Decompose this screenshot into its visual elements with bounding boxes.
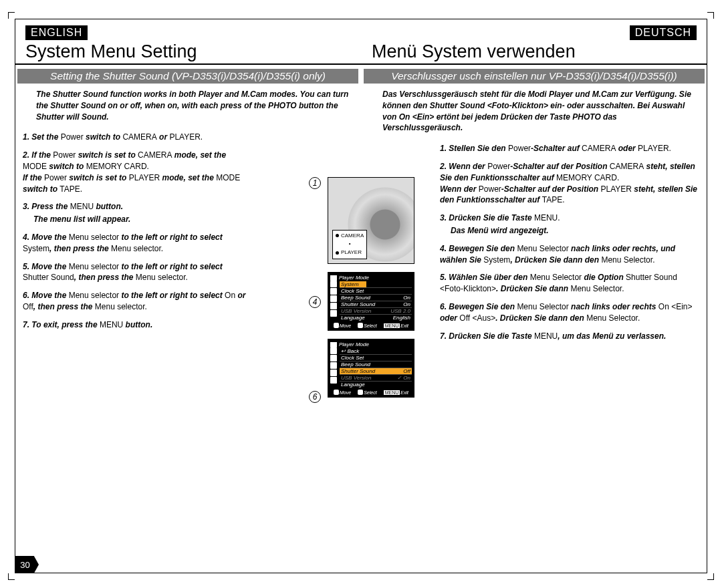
menu-row: Shutter SoundOff <box>340 368 412 374</box>
step-circle-6: 6 <box>309 391 321 403</box>
intro-en: The Shutter Sound function works in both… <box>36 89 353 122</box>
camera-mode-labels: CAMERA • PLAYER <box>332 230 367 259</box>
step-5-en: 5. Move the Menu selector to the left or… <box>23 261 250 284</box>
step-1-en: 1. Set the Power switch to CAMERA or PLA… <box>23 132 250 143</box>
step-4-de: 4. Bewegen Sie den Menu Selector nach li… <box>440 243 699 266</box>
step-7-en: 7. To exit, press the MENU button. <box>23 319 250 331</box>
menu-row: Shutter SoundOn <box>340 301 412 307</box>
page-title-de: Menü System verwenden <box>361 41 707 63</box>
step-circle-1: 1 <box>309 177 321 189</box>
side-icon <box>330 281 337 287</box>
lang-badge-deutsch: DEUTSCH <box>630 25 697 40</box>
page-title-en: System Menu Setting <box>15 41 361 63</box>
lang-badge-english: ENGLISH <box>25 25 88 40</box>
menu-row: Beep Sound <box>340 361 412 368</box>
menu-row: Language <box>340 381 412 388</box>
step-7-de: 7. Drücken Sie die Taste MENU, um das Me… <box>440 331 699 342</box>
step-2-de: 2. Wenn der Power-Schalter auf der Posit… <box>440 161 699 206</box>
menu-row: USB VersionOn <box>340 374 412 381</box>
camera-diagram: CAMERA • PLAYER <box>328 177 414 264</box>
subheader-de: Verschlussger usch einstellen nur VP-D35… <box>364 69 705 84</box>
step-2-en: 2. If the Power switch is set to CAMERA … <box>23 150 250 194</box>
menu-screenshot-1: Player Mode System Clock SetBeep SoundOn… <box>328 272 414 331</box>
step-3-en: 3. Press the MENU button. The menu list … <box>23 201 250 225</box>
menu-row: USB VersionUSB 2.0 <box>340 307 412 314</box>
menu-row: Beep SoundOn <box>340 294 412 301</box>
intro-de: Das Verschlussgeräusch steht für die Mod… <box>382 89 699 134</box>
step-6-en: 6. Move the Menu selector to the left or… <box>23 290 250 313</box>
step-3-de: 3. Drücken Sie die Taste MENU. Das Menü … <box>440 212 699 237</box>
move-icon <box>334 323 339 328</box>
column-english: The Shutter Sound function works in both… <box>15 88 361 348</box>
menu-screenshot-2: Player Mode ↩ Back Clock SetBeep SoundSh… <box>328 339 414 398</box>
step-5-de: 5. Wählen Sie über den Menu Selector die… <box>440 272 699 295</box>
menu-row: Clock Set <box>340 287 412 294</box>
menu-row: LanguageEnglish <box>340 314 412 321</box>
page-number-badge: 30 <box>15 556 39 573</box>
player-icon <box>330 342 337 347</box>
step-circle-4: 4 <box>309 296 321 308</box>
player-icon <box>330 275 337 281</box>
step-1-de: 1. Stellen Sie den Power-Schalter auf CA… <box>440 143 699 154</box>
step-4-en: 4. Move the Menu selector to the left or… <box>23 232 250 255</box>
step-6-de: 6. Bewegen Sie den Menu Selector nach li… <box>440 301 699 324</box>
menu-row: Clock Set <box>340 354 412 361</box>
select-icon <box>358 323 363 328</box>
subheader-en: Setting the Shutter Sound (VP-D353(i)/D3… <box>17 69 358 84</box>
